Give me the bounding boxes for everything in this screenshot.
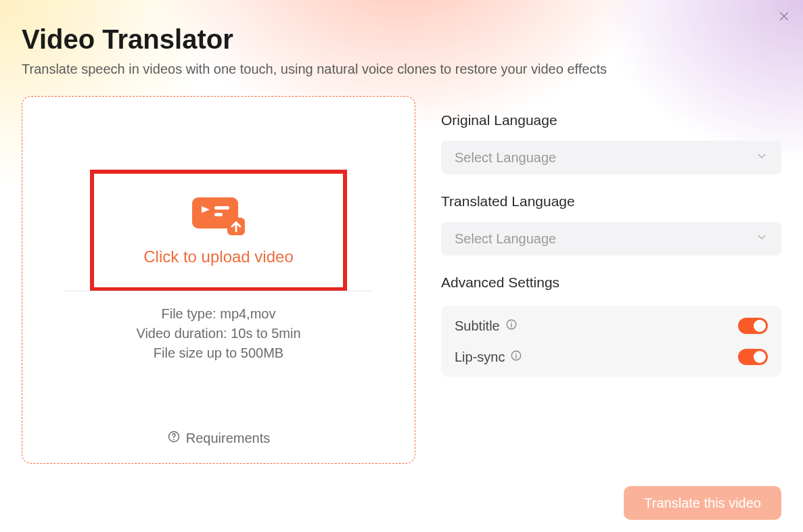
original-language-label: Original Language <box>441 112 781 128</box>
svg-point-7 <box>173 439 175 440</box>
requirements-label: Requirements <box>186 431 271 446</box>
upload-dropzone[interactable]: Click to upload video File type: mp4,mov… <box>22 96 415 464</box>
lipsync-row: Lip-sync <box>455 349 768 365</box>
upload-cta-text: Click to upload video <box>143 247 293 266</box>
chevron-down-icon <box>756 231 768 247</box>
original-language-placeholder: Select Language <box>455 150 556 166</box>
svg-point-13 <box>516 352 518 354</box>
divider <box>64 291 373 291</box>
file-type-text: File type: mp4,mov <box>162 306 276 322</box>
advanced-settings-label: Advanced Settings <box>441 274 781 291</box>
advanced-settings-box: Subtitle Lip-sync <box>441 306 781 377</box>
info-icon[interactable] <box>505 318 518 334</box>
svg-rect-3 <box>214 206 229 210</box>
subtitle-label: Subtitle <box>455 318 500 334</box>
requirements-link[interactable]: Requirements <box>167 430 271 447</box>
help-icon <box>167 430 181 447</box>
translate-button[interactable]: Translate this video <box>624 486 781 520</box>
settings-panel: Original Language Select Language Transl… <box>441 96 781 464</box>
close-icon <box>778 10 790 25</box>
svg-rect-4 <box>214 213 223 216</box>
close-button[interactable] <box>775 8 794 27</box>
translated-language-select[interactable]: Select Language <box>441 222 781 256</box>
translated-language-placeholder: Select Language <box>455 231 556 247</box>
translated-language-label: Translated Language <box>441 193 781 210</box>
original-language-select[interactable]: Select Language <box>441 141 781 174</box>
svg-point-10 <box>511 321 512 322</box>
upload-requirements-info: File type: mp4,mov Video duration: 10s t… <box>136 306 300 361</box>
lipsync-label: Lip-sync <box>455 349 505 365</box>
subtitle-row: Subtitle <box>455 318 768 334</box>
lipsync-toggle[interactable] <box>738 349 768 365</box>
info-icon[interactable] <box>510 349 522 365</box>
page-subtitle: Translate speech in videos with one touc… <box>22 62 781 77</box>
chevron-down-icon <box>756 150 768 166</box>
duration-text: Video duration: 10s to 5min <box>136 326 300 341</box>
page-title: Video Translator <box>22 24 781 55</box>
upload-button[interactable]: Click to upload video <box>90 170 347 291</box>
subtitle-toggle[interactable] <box>738 318 768 334</box>
size-text: File size up to 500MB <box>154 345 283 361</box>
video-upload-icon <box>189 195 248 238</box>
